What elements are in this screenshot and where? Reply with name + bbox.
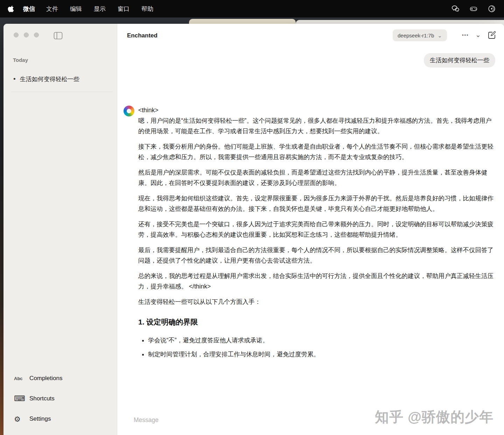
window-close-button[interactable]: [14, 33, 19, 37]
sidebar-section-label: Today: [13, 57, 28, 63]
sidebar-item-shortcuts[interactable]: ⌨ Shortcuts: [14, 393, 112, 404]
game-controller-menubar-icon[interactable]: [469, 4, 478, 13]
assistant-paragraph: 还有，接受不完美也是一个突破口，很多人因为过于追求完美而给自己带来额外的压力。同…: [138, 219, 493, 240]
user-message-text: 生活如何变得轻松一些: [430, 57, 489, 64]
keyboard-icon: ⌨: [14, 395, 24, 402]
sidebar-divider: [11, 92, 112, 92]
conversation-list-item[interactable]: 生活如何变得轻松一些: [11, 73, 112, 85]
sidebar-item-settings[interactable]: ⚙ Settings: [14, 414, 112, 424]
assistant-paragraph: 然后是用户的深层需求。可能不仅仅是表面的减轻负担，而是希望通过这些方法找到内心的…: [138, 167, 493, 188]
watermark: 知乎 @骄傲的少年: [375, 407, 493, 427]
think-open-tag: <think>: [138, 105, 493, 115]
menubar-left: 微信 文件 编辑 显示 窗口 帮助: [8, 5, 165, 13]
assistant-bullet-list: 学会说“不”，避免过度答应他人请求或承诺。 制定时间管理计划，合理安排工作与休息…: [138, 335, 493, 359]
window-minimize-button[interactable]: [24, 33, 29, 37]
list-item: 学会说“不”，避免过度答应他人请求或承诺。: [148, 335, 493, 345]
assistant-paragraph: 总的来说，我的思考过程是从理解用户需求出发，结合实际生活中的可行方法，提供全面且…: [138, 271, 493, 292]
assistant-paragraph: 嗯，用户问的是“生活如何变得轻松一些”。这个问题挺常见的，很多人都在寻找减轻压力…: [138, 115, 493, 136]
sidebar-toggle-icon[interactable]: [54, 32, 63, 40]
menubar: 微信 文件 编辑 显示 窗口 帮助: [0, 0, 504, 17]
conversation-title: 生活如何变得轻松一些: [20, 75, 79, 83]
assistant-avatar: [124, 106, 134, 116]
more-options-button[interactable]: •••: [462, 33, 469, 38]
menu-file[interactable]: 文件: [46, 5, 58, 13]
assistant-paragraph: 现在，我得思考如何组织这些建议。首先，设定界限很重要，因为很多压力来源于外界的干…: [138, 193, 493, 214]
menu-window[interactable]: 窗口: [118, 5, 130, 13]
page-title: Enchanted: [127, 32, 158, 39]
message-input[interactable]: [134, 416, 372, 424]
abc-icon: Abc: [14, 376, 24, 381]
menu-view[interactable]: 显示: [94, 5, 106, 13]
menu-edit[interactable]: 编辑: [70, 5, 82, 13]
model-selector[interactable]: deepseek-r1:7b ⌄: [393, 29, 447, 41]
sidebar-item-completions[interactable]: Abc Completions: [14, 373, 112, 384]
menubar-status-area: [451, 4, 496, 13]
assistant-outro: 生活变得轻松一些可以从以下几个方面入手：: [138, 297, 493, 307]
assistant-message: <think> 嗯，用户问的是“生活如何变得轻松一些”。这个问题挺常见的，很多人…: [138, 105, 493, 363]
apple-logo-icon[interactable]: [8, 5, 15, 12]
enchanted-window: Today 生活如何变得轻松一些 Abc Completions ⌨ Short…: [4, 24, 504, 435]
settings-label: Settings: [29, 415, 51, 422]
menubar-app-name[interactable]: 微信: [23, 5, 35, 13]
model-name: deepseek-r1:7b: [398, 33, 434, 38]
chat-pane: Enchanted deepseek-r1:7b ⌄ ••• ⌄ 生活如何变得轻…: [118, 24, 504, 435]
completions-label: Completions: [29, 375, 63, 382]
assistant-paragraph: 接下来，我要分析用户的身份。他们可能是上班族、学生或者是自由职业者，每个人的生活…: [138, 141, 493, 162]
collapse-chevron-icon[interactable]: ⌄: [475, 31, 481, 39]
sidebar: Today 生活如何变得轻松一些 Abc Completions ⌨ Short…: [4, 24, 117, 435]
assistant-paragraph: 最后，我需要提醒用户，找到最适合自己的方法很重要，每个人的情况不同，所以要根据自…: [138, 245, 493, 266]
list-item: 制定时间管理计划，合理安排工作与休息时间，避免过度劳累。: [148, 349, 493, 359]
new-chat-button[interactable]: [487, 30, 497, 40]
menu-help[interactable]: 帮助: [141, 5, 153, 13]
chevron-down-icon: ⌄: [438, 33, 442, 38]
desktop: { "menubar": { "app_name": "微信", "menus"…: [0, 0, 504, 435]
wechat-menubar-icon[interactable]: [451, 4, 460, 13]
assistant-section-heading: 1. 设定明确的界限: [138, 317, 493, 327]
user-message-bubble: 生活如何变得轻松一些: [424, 53, 495, 67]
gear-icon: ⚙: [14, 415, 24, 423]
window-zoom-button[interactable]: [34, 33, 39, 37]
control-center-menubar-icon[interactable]: [487, 4, 496, 13]
shortcuts-label: Shortcuts: [29, 395, 55, 402]
